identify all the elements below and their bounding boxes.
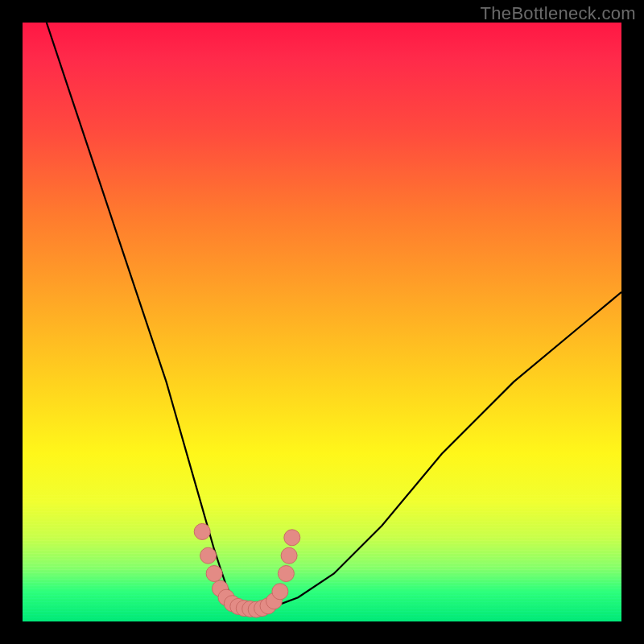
curve-marker [194, 523, 210, 539]
curve-marker [281, 547, 297, 564]
bottleneck-chart [23, 23, 621, 621]
curve-marker [278, 566, 294, 582]
curve-marker [284, 530, 300, 546]
curve-marker [206, 566, 222, 582]
watermark-text: TheBottleneck.com [481, 3, 636, 24]
outer-frame: TheBottleneck.com [0, 0, 644, 644]
bottleneck-curve-line [47, 23, 621, 609]
curve-marker [200, 547, 217, 564]
curve-marker [272, 584, 288, 600]
plot-area [23, 23, 621, 621]
